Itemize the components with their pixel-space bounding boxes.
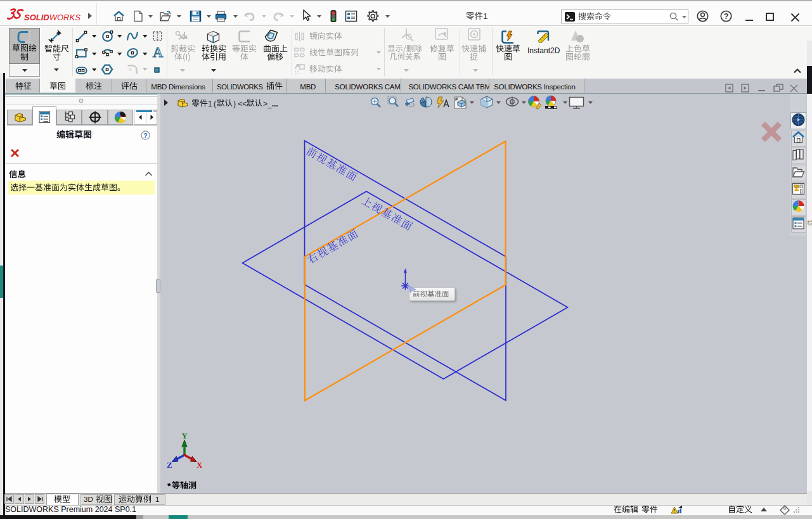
svg-text:Z: Z [167, 460, 172, 470]
svg-text:?: ? [143, 132, 147, 139]
svg-text:A: A [152, 45, 163, 59]
svg-text:Y: Y [182, 431, 188, 440]
svg-text:X: X [197, 460, 203, 470]
svg-text:?: ? [724, 12, 729, 21]
